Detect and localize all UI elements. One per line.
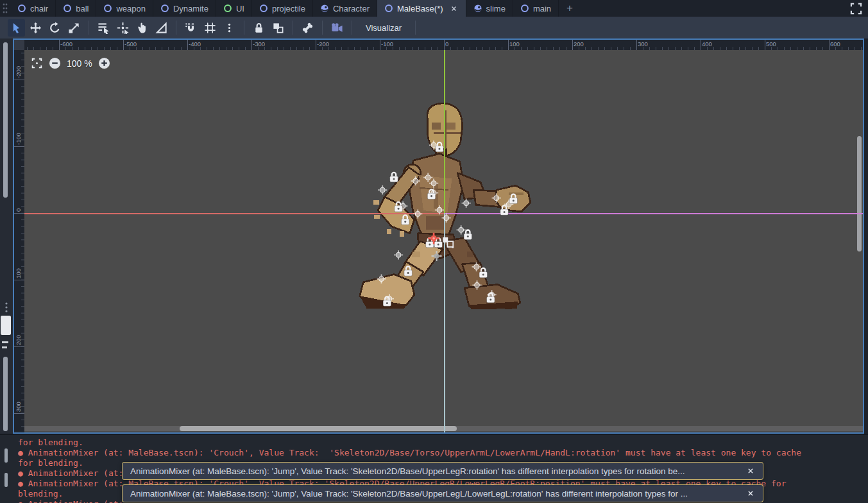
scene-tab-main[interactable]: main [513,0,559,17]
lock-gizmo-icon[interactable] [464,230,472,239]
distraction-free-mode-button[interactable] [849,2,863,15]
v-ruler-label: 200 [15,335,22,345]
lock-node-button[interactable] [250,19,268,37]
grid-snap-toggle[interactable] [201,19,219,37]
lock-gizmo-icon[interactable] [509,194,517,204]
magnet-icon [185,22,197,34]
lock-gizmo-icon[interactable] [402,215,409,225]
h-ruler-label: -400 [189,40,201,47]
lock-gizmo-icon[interactable] [436,142,443,152]
list-select-tool[interactable] [95,19,112,37]
dock-drag-handle-icon[interactable] [0,0,10,17]
tab-close-icon[interactable] [450,4,459,13]
new-scene-tab-button[interactable]: + [559,0,581,17]
h-ruler-label: -300 [253,40,265,47]
zoom-controls: 100 % [31,57,110,69]
bone-joint-gizmo [472,262,481,271]
move-tool[interactable] [27,19,44,37]
scene-tab-chair[interactable]: chair [10,0,56,17]
lock-gizmo-icon[interactable] [404,266,412,276]
tab-label: Dynamite [173,4,208,13]
godot-editor-window: chairballweaponDynamiteUIprojectileChara… [0,0,868,503]
dock-dots-handle-icon[interactable] [2,302,11,314]
zoom-out-button[interactable] [49,57,61,69]
h-ruler-label: 0 [445,40,448,47]
h-ruler-label: -100 [381,40,393,47]
character-body-icon [473,4,482,13]
toolbar-separator [244,21,244,35]
canvas-area[interactable]: 100 % [24,50,863,432]
scale-tool[interactable] [65,19,83,37]
pivot-tool[interactable] [114,19,132,37]
node2d-icon [160,4,169,13]
v-ruler-label: 0 [15,209,22,212]
scene-tab-ball[interactable]: ball [56,0,96,17]
pivot-icon [117,22,129,34]
h-ruler-label: -500 [124,40,137,47]
lock-gizmo-icon[interactable] [500,205,508,215]
scene-tab-bar: chairballweaponDynamiteUIprojectileChara… [0,0,868,17]
scale-icon [68,22,80,34]
warning-toast: AnimationMixer (at: MaleBase.tscn): 'Jum… [122,484,763,502]
2d-viewport: -600-500-400-300-200-1000100200300400500… [13,38,864,434]
collapsed-dock-mark [2,346,7,348]
center-view-icon[interactable] [31,57,43,69]
grid-icon [204,22,216,34]
scene-tab-character[interactable]: Character [313,0,377,17]
node2d-icon [17,4,26,13]
h-ruler-label: 600 [830,40,840,47]
snap-options-menu[interactable] [221,19,238,37]
bone-crosshair-marker[interactable] [432,251,442,261]
toast-close-icon[interactable] [745,489,756,498]
left-dock-scrollbar[interactable] [3,42,8,198]
rotate-tool[interactable] [46,19,64,37]
scene-tab-dynamite[interactable]: Dynamite [153,0,216,17]
scene-tab-weapon[interactable]: weapon [96,0,153,17]
ruler-icon [155,22,167,34]
pan-tool[interactable] [133,19,151,37]
zoom-percent-label[interactable]: 100 % [67,58,92,69]
scene-tab-slime[interactable]: slime [466,0,513,17]
output-left-mark [4,473,8,487]
h-ruler-label: 200 [574,40,584,47]
tab-label: UI [236,4,244,13]
scene-tab-ui[interactable]: UI [216,0,252,17]
ruler-tool[interactable] [153,19,170,37]
toast-close-icon[interactable] [745,466,756,475]
lock-gizmo-icon[interactable] [479,268,487,278]
skeleton-options-menu[interactable] [299,19,316,37]
left-dock-strip [0,38,13,434]
tab-label: weapon [116,4,146,13]
group-gizmo-icon[interactable] [443,237,454,248]
scene-tab-malebase[interactable]: MaleBase(*) [377,0,466,17]
v-ruler-label: 100 [15,268,22,278]
v-ruler-label: -100 [15,133,22,145]
group-node-button[interactable] [269,19,287,37]
scene-tab-projectile[interactable]: projectile [252,0,313,17]
bone-joint-gizmo [457,225,466,234]
h-ruler-label: -200 [317,40,329,47]
smart-snap-toggle[interactable] [182,19,200,37]
select-tool[interactable] [8,19,25,37]
tab-label: chair [30,4,48,13]
lock-gizmo-icon[interactable] [395,202,402,212]
lock-gizmo-icon[interactable] [390,173,398,182]
dots-vertical-icon [223,22,235,34]
pan-icon [136,22,148,34]
bone-joint-gizmo [394,250,403,259]
toolbar-separator [89,21,89,35]
node2d-icon [103,4,112,13]
list-select-icon [98,22,110,34]
output-panel: for blending.● AnimationMixer (at: MaleB… [0,434,868,503]
left-dock-scrollbar-lower[interactable] [3,357,8,431]
bone-joint-gizmo [462,199,471,208]
view-menu-button[interactable]: Visualizar [358,19,409,37]
camera-override-button[interactable] [328,19,346,37]
output-line: ● AnimationMixer (at: MaleBase.tscn): 'C… [18,448,839,458]
collapsed-dock-tab[interactable] [1,316,11,335]
bone-joint-gizmo [413,209,422,218]
lock-icon [253,22,265,34]
node2d-icon [520,4,529,13]
h-ruler-label: 500 [766,40,776,47]
zoom-in-button[interactable] [98,57,110,69]
